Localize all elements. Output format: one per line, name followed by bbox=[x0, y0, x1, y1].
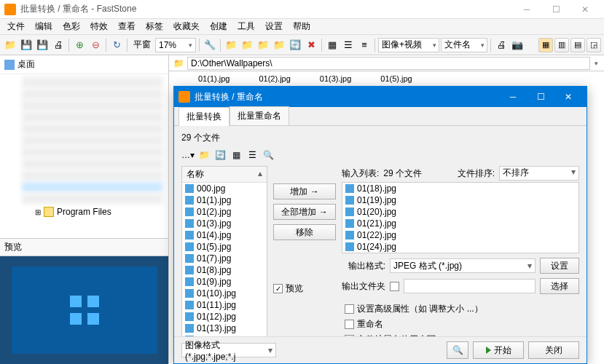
tb-redo-icon[interactable]: ⊖ bbox=[88, 38, 103, 52]
tree-item[interactable] bbox=[22, 100, 162, 111]
tree-item-program-files[interactable]: ⊞ Program Files bbox=[1, 205, 167, 218]
file-item[interactable]: 01(5).jpg bbox=[182, 241, 267, 253]
filter-media-combo[interactable]: 图像+视频 bbox=[378, 38, 439, 52]
input-file-list[interactable]: 01(18).jpg01(19).jpg01(20).jpg01(21).jpg… bbox=[342, 182, 579, 253]
layout-btn-1[interactable]: ▦ bbox=[538, 38, 553, 52]
tree-item[interactable] bbox=[22, 135, 162, 146]
maximize-button[interactable]: ☐ bbox=[541, 2, 570, 17]
sort-combo[interactable]: 不排序 bbox=[499, 166, 579, 181]
tb-ex1-icon[interactable]: 🖨 bbox=[494, 38, 509, 52]
tb-saveall-icon[interactable]: 💾 bbox=[35, 38, 50, 52]
tab-batch-convert[interactable]: 批量转换 bbox=[179, 107, 230, 126]
menu-view[interactable]: 查看 bbox=[114, 19, 140, 34]
tb-fld3-icon[interactable]: 📁 bbox=[256, 38, 270, 52]
tb-view1-icon[interactable]: ▦ bbox=[325, 38, 340, 52]
file-item[interactable]: 01(1).jpg bbox=[182, 194, 267, 206]
tb-rotate-icon[interactable]: ↻ bbox=[109, 38, 124, 52]
tb-save-icon[interactable]: 💾 bbox=[19, 38, 34, 52]
menu-tags[interactable]: 标签 bbox=[141, 19, 168, 34]
file-item[interactable]: 01(8).jpg bbox=[182, 264, 267, 276]
settings-button[interactable]: 设置 bbox=[540, 258, 579, 274]
thumb-label[interactable]: 01(5).jpg bbox=[380, 74, 412, 83]
tab-batch-rename[interactable]: 批量重命名 bbox=[230, 106, 289, 125]
tree-item[interactable] bbox=[22, 159, 162, 169]
chk-rename[interactable] bbox=[345, 320, 354, 329]
tree-item[interactable] bbox=[22, 194, 162, 204]
dialog-maximize-button[interactable]: ☐ bbox=[527, 89, 554, 105]
thumbnail-area[interactable]: 01(1).jpg 01(2).jpg 01(3).jpg 01(5).jpg bbox=[169, 71, 604, 86]
tb-fld2-icon[interactable]: 📁 bbox=[240, 38, 254, 52]
close-button[interactable]: ✕ bbox=[570, 2, 600, 17]
menu-tools[interactable]: 工具 bbox=[233, 19, 259, 34]
src-tb-grid-icon[interactable]: ▦ bbox=[230, 149, 243, 162]
layout-btn-2[interactable]: ▥ bbox=[554, 38, 569, 52]
file-item[interactable]: 01(4).jpg bbox=[182, 229, 267, 241]
footer-filter-combo[interactable]: 图像格式 (*.jpg;*.jpe;*.j bbox=[181, 343, 276, 357]
dialog-minimize-button[interactable]: ─ bbox=[499, 89, 527, 105]
thumb-label[interactable]: 01(3).jpg bbox=[320, 74, 351, 83]
file-item[interactable]: 01(13).jpg bbox=[182, 323, 267, 334]
file-item[interactable]: 01(9).jpg bbox=[182, 276, 267, 288]
path-dropdown-icon[interactable]: ▾ bbox=[590, 60, 603, 67]
file-item[interactable]: 01(12).jpg bbox=[182, 311, 267, 323]
file-item[interactable]: 01(21).jpg bbox=[342, 218, 578, 229]
add-all-button[interactable]: 全部增加 → bbox=[273, 204, 336, 220]
minimize-button[interactable]: ─ bbox=[512, 2, 541, 17]
preview-checkbox[interactable] bbox=[273, 284, 283, 293]
file-item[interactable]: 01(2).jpg bbox=[182, 206, 267, 218]
browse-button[interactable]: 选择 bbox=[540, 278, 579, 294]
filter-name-combo[interactable]: 文件名 bbox=[441, 38, 487, 52]
file-item[interactable]: 01(11).jpg bbox=[182, 299, 267, 311]
file-item[interactable]: 01(19).jpg bbox=[342, 194, 578, 206]
tb-view2-icon[interactable]: ☰ bbox=[341, 38, 356, 52]
remove-button[interactable]: 移除 bbox=[273, 224, 336, 240]
output-folder-checkbox[interactable] bbox=[390, 282, 399, 291]
menu-settings[interactable]: 设置 bbox=[261, 19, 287, 34]
close-dialog-button[interactable]: 关闭 bbox=[528, 341, 579, 359]
thumb-label[interactable]: 01(2).jpg bbox=[259, 74, 290, 83]
file-item[interactable]: 01(20).jpg bbox=[342, 206, 578, 218]
zoom-combo[interactable]: 17%▾ bbox=[155, 38, 196, 52]
tb-open-icon[interactable]: 📁 bbox=[3, 38, 17, 52]
tb-tool1-icon[interactable]: 🔧 bbox=[203, 38, 217, 52]
tb-view3-icon[interactable]: ≡ bbox=[357, 38, 372, 52]
tb-del-icon[interactable]: ✖ bbox=[304, 38, 318, 52]
src-tb-search-icon[interactable]: 🔍 bbox=[262, 149, 275, 162]
tb-ref-icon[interactable]: 🔄 bbox=[288, 38, 302, 52]
file-item[interactable]: 01(24).jpg bbox=[342, 241, 578, 253]
tb-undo-icon[interactable]: ⊕ bbox=[72, 38, 87, 52]
thumb-label[interactable]: 01(1).jpg bbox=[198, 74, 230, 83]
menu-create[interactable]: 创建 bbox=[205, 19, 232, 34]
src-header-name[interactable]: 名称 bbox=[182, 167, 254, 182]
src-tb-more-icon[interactable]: …▾ bbox=[181, 149, 195, 162]
layout-btn-4[interactable]: ◲ bbox=[587, 38, 601, 52]
layout-btn-3[interactable]: ▤ bbox=[570, 38, 585, 52]
file-item[interactable]: 000.jpg bbox=[182, 183, 267, 194]
menu-file[interactable]: 文件 bbox=[3, 19, 29, 34]
file-item[interactable]: 01(7).jpg bbox=[182, 253, 267, 264]
file-item[interactable]: 01(18).jpg bbox=[342, 183, 578, 194]
footer-search-button[interactable]: 🔍 bbox=[447, 341, 468, 359]
menu-edit[interactable]: 编辑 bbox=[31, 19, 57, 34]
dialog-titlebar[interactable]: 批量转换 / 重命名 ─ ☐ ✕ bbox=[174, 87, 587, 107]
src-tb-list-icon[interactable]: ☰ bbox=[246, 149, 259, 162]
menu-help[interactable]: 帮助 bbox=[289, 19, 315, 34]
tb-print-icon[interactable]: 🖨 bbox=[51, 38, 66, 52]
tree-item[interactable] bbox=[22, 124, 162, 134]
tree-item[interactable] bbox=[22, 89, 162, 99]
menu-effects[interactable]: 特效 bbox=[86, 19, 112, 34]
source-file-list[interactable]: 名称▴ 000.jpg01(1).jpg01(2).jpg01(3).jpg01… bbox=[181, 166, 267, 336]
file-item[interactable]: 01(10).jpg bbox=[182, 288, 267, 299]
tree-item[interactable] bbox=[22, 170, 162, 181]
path-input[interactable]: D:\Other\Wallpapers\ bbox=[187, 57, 590, 70]
tree-item[interactable] bbox=[22, 182, 162, 192]
src-tb-up-icon[interactable]: 📁 bbox=[197, 149, 211, 162]
tb-fld1-icon[interactable]: 📁 bbox=[224, 38, 238, 52]
file-item[interactable]: 01(22).jpg bbox=[342, 229, 578, 241]
chk-advanced[interactable] bbox=[345, 304, 354, 314]
tb-fld4-icon[interactable]: 📁 bbox=[272, 38, 286, 52]
tree-item[interactable] bbox=[22, 112, 162, 122]
tree-item[interactable] bbox=[22, 147, 162, 157]
tb-ex2-icon[interactable]: 📷 bbox=[510, 38, 525, 52]
add-button[interactable]: 增加 → bbox=[273, 183, 336, 199]
